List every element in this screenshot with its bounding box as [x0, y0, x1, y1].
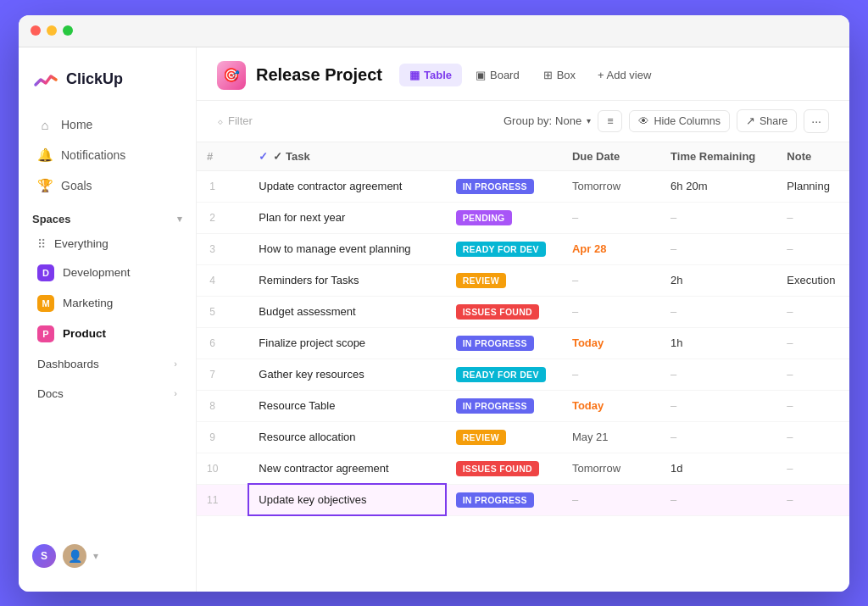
tab-box[interactable]: ⊞ Box	[533, 64, 586, 86]
sidebar-item-goals-label: Goals	[61, 179, 92, 192]
col-check	[228, 142, 248, 171]
col-due-date: Due Date	[562, 142, 660, 171]
app-name: ClickUp	[66, 70, 123, 88]
row-status[interactable]: REVIEW	[446, 264, 562, 296]
table-row[interactable]: 2Plan for next yearPENDING–––	[197, 202, 849, 233]
row-status[interactable]: READY FOR DEV	[446, 233, 562, 264]
row-status[interactable]: IN PROGRESS	[446, 170, 562, 202]
hide-columns-label: Hide Columns	[654, 115, 721, 127]
hide-columns-button[interactable]: 👁 Hide Columns	[629, 110, 730, 132]
table-row[interactable]: 8Resource TableIN PROGRESSToday––	[197, 390, 849, 421]
row-check[interactable]	[228, 296, 248, 327]
row-check[interactable]	[228, 327, 248, 359]
sidebar-item-notifications[interactable]: 🔔 Notifications	[24, 141, 191, 170]
filter-button[interactable]: ⬦ Filter	[217, 114, 253, 127]
row-num: 8	[197, 390, 228, 421]
row-check[interactable]	[228, 484, 248, 515]
sidebar-item-docs[interactable]: Docs ›	[24, 380, 191, 408]
table-row[interactable]: 9Resource allocationREVIEWMay 21––	[197, 421, 849, 453]
table-row[interactable]: 3How to manage event planningREADY FOR D…	[197, 233, 849, 264]
sidebar-item-dashboards[interactable]: Dashboards ›	[24, 350, 191, 378]
task-table-body: 1Update contractor agreementIN PROGRESST…	[197, 170, 849, 515]
row-task-name[interactable]: Plan for next year	[248, 202, 445, 233]
row-status[interactable]: IN PROGRESS	[446, 484, 562, 515]
row-due-date: –	[562, 264, 660, 296]
main-content: 🎯 Release Project ▦ Table ▣ Board ⊞	[197, 47, 849, 592]
row-task-name[interactable]: Gather key resources	[248, 359, 445, 390]
sidebar-item-development[interactable]: D Development	[24, 259, 191, 287]
add-view-button[interactable]: + Add view	[589, 64, 659, 86]
table-row[interactable]: 4Reminders for TasksREVIEW–2hExecution	[197, 264, 849, 296]
row-num: 3	[197, 233, 228, 264]
row-check[interactable]	[228, 233, 248, 264]
row-check[interactable]	[228, 202, 248, 233]
tab-board[interactable]: ▣ Board	[465, 64, 530, 86]
sort-button[interactable]: ≡	[598, 110, 622, 132]
sidebar-item-home[interactable]: ⌂ Home	[24, 111, 191, 139]
table-row[interactable]: 10New contractor agreementISSUES FOUNDTo…	[197, 453, 849, 484]
sidebar-item-home-label: Home	[61, 118, 92, 131]
sidebar-item-everything[interactable]: ⠿ Everything	[24, 231, 191, 257]
row-due-date: –	[562, 296, 660, 327]
row-status[interactable]: PENDING	[446, 202, 562, 233]
row-time-remaining: –	[660, 484, 776, 515]
row-check[interactable]	[228, 453, 248, 484]
status-badge: READY FOR DEV	[456, 367, 546, 382]
table-row[interactable]: 7Gather key resourcesREADY FOR DEV–––	[197, 359, 849, 390]
filter-icon: ⬦	[217, 114, 224, 127]
row-check[interactable]	[228, 170, 248, 202]
row-status[interactable]: IN PROGRESS	[446, 327, 562, 359]
row-task-name[interactable]: Update contractor agreement	[248, 170, 445, 202]
sidebar-item-marketing-label: Marketing	[63, 297, 113, 309]
maximize-button[interactable]	[63, 25, 73, 36]
row-status[interactable]: READY FOR DEV	[446, 359, 562, 390]
row-note: –	[776, 453, 849, 484]
status-badge: REVIEW	[456, 273, 506, 288]
row-task-name[interactable]: Resource allocation	[248, 421, 445, 453]
user-profile[interactable]: S 👤 ▾	[19, 534, 196, 578]
row-status[interactable]: ISSUES FOUND	[446, 296, 562, 327]
row-time-remaining: 2h	[660, 264, 776, 296]
row-check[interactable]	[228, 390, 248, 421]
row-check[interactable]	[228, 421, 248, 453]
row-task-name[interactable]: Finalize project scope	[248, 327, 445, 359]
sidebar-item-product-label: Product	[63, 327, 106, 340]
spaces-section-header[interactable]: Spaces ▾	[19, 201, 196, 231]
logo[interactable]: ClickUp	[19, 61, 196, 110]
row-task-name[interactable]: New contractor agreement	[248, 453, 445, 484]
row-task-name[interactable]: Reminders for Tasks	[248, 264, 445, 296]
table-row[interactable]: 5Budget assessmentISSUES FOUND–––	[197, 296, 849, 327]
status-badge: IN PROGRESS	[456, 398, 534, 414]
row-status[interactable]: IN PROGRESS	[446, 390, 562, 421]
more-options-button[interactable]: ···	[804, 109, 829, 133]
table-row[interactable]: 11Update key objectivesIN PROGRESS–––	[197, 484, 849, 515]
tab-table[interactable]: ▦ Table	[399, 64, 462, 86]
row-due-date: Today	[562, 327, 660, 359]
row-task-name[interactable]: Update key objectives	[248, 484, 445, 515]
close-button[interactable]	[31, 25, 41, 36]
minimize-button[interactable]	[47, 25, 57, 36]
table-row[interactable]: 6Finalize project scopeIN PROGRESSToday1…	[197, 327, 849, 359]
row-task-name[interactable]: How to manage event planning	[248, 233, 445, 264]
row-check[interactable]	[228, 359, 248, 390]
tab-table-label: Table	[424, 69, 452, 81]
row-due-date: –	[562, 359, 660, 390]
group-by-selector[interactable]: Group by: None ▾	[504, 114, 591, 127]
sort-icon: ≡	[607, 115, 613, 127]
row-status[interactable]: REVIEW	[446, 421, 562, 453]
row-status[interactable]: ISSUES FOUND	[446, 453, 562, 484]
task-table-container: # ✓ ✓ Task Due Date Time Remaining	[197, 142, 849, 592]
toolbar: ⬦ Filter Group by: None ▾ ≡ 👁 H	[197, 101, 849, 142]
sidebar-item-goals[interactable]: 🏆 Goals	[24, 171, 191, 200]
docs-chevron-icon: ›	[174, 388, 177, 398]
sidebar-item-marketing[interactable]: M Marketing	[24, 289, 191, 318]
row-due-date: Today	[562, 390, 660, 421]
tab-board-label: Board	[490, 69, 520, 81]
row-check[interactable]	[228, 264, 248, 296]
box-icon: ⊞	[543, 69, 553, 81]
row-task-name[interactable]: Budget assessment	[248, 296, 445, 327]
sidebar-item-product[interactable]: P Product	[24, 320, 191, 348]
table-row[interactable]: 1Update contractor agreementIN PROGRESST…	[197, 170, 849, 202]
share-button[interactable]: ↗ Share	[737, 109, 797, 132]
row-task-name[interactable]: Resource Table	[248, 390, 445, 421]
